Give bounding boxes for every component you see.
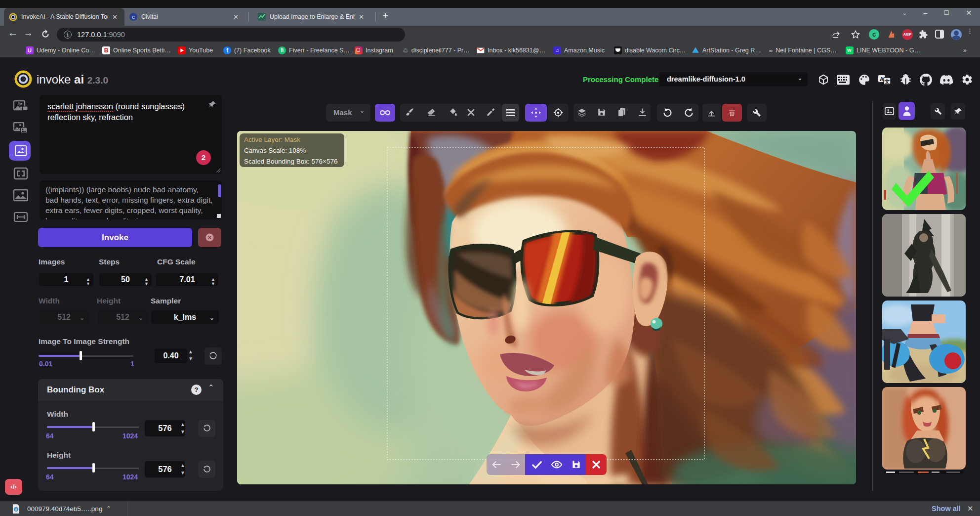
svg-text:文: 文 bbox=[884, 79, 890, 85]
svg-text:A: A bbox=[17, 101, 21, 106]
svg-text:A: A bbox=[880, 76, 884, 82]
